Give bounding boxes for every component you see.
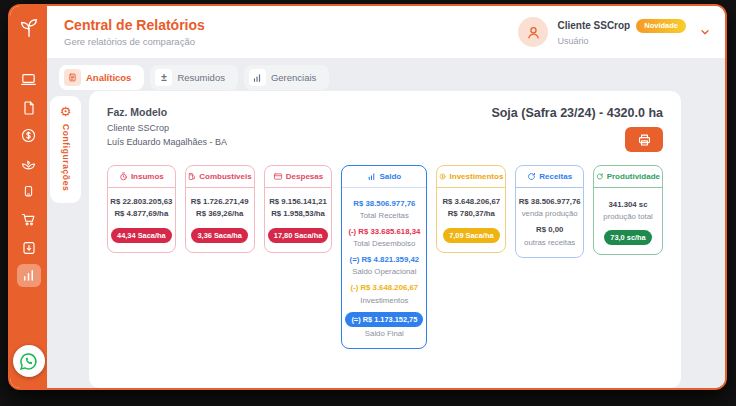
farm-info: Faz. Modelo Cliente SSCrop Luís Eduardo … (107, 106, 227, 150)
sprout-logo-icon (18, 16, 40, 38)
card-insumos: Insumos R$ 22.803.205,63 R$ 4.877,69/ha … (107, 165, 176, 253)
card-investimentos: Investimentos R$ 3.648.206,67 R$ 780,37/… (436, 165, 506, 253)
receitas-outras: R$ 0,00 (518, 224, 581, 236)
gear-icon: ⚙ (60, 105, 72, 118)
chevron-down-icon[interactable] (699, 26, 711, 38)
mobile-icon[interactable] (17, 180, 41, 203)
report-doc-icon (64, 69, 81, 86)
saldo-total-desembolso: (-) R$ 33.685.618,34 (345, 227, 423, 237)
user-role: Usuário (557, 36, 686, 46)
app-window: Central de Relatórios Gere relatórios de… (8, 4, 727, 390)
farm-location: Luís Eduardo Magalhães - BA (107, 136, 227, 150)
avatar (518, 17, 548, 47)
plus-minus-icon: ± (155, 69, 172, 86)
cart-icon[interactable] (17, 208, 41, 231)
page-title: Central de Relatórios (64, 17, 205, 33)
refresh-icon (596, 172, 604, 181)
sidebar-nav (17, 68, 41, 287)
card-combustiveis: Combustíveis R$ 1.726.271,49 R$ 369,26/h… (185, 165, 255, 253)
combustiveis-saca-badge: 3,36 Saca/ha (191, 228, 247, 243)
produtividade-badge: 73,0 sc/ha (604, 230, 651, 245)
tab-bar: Analíticos ± Resumidos Gerenciais (59, 65, 329, 90)
report-panel: Faz. Modelo Cliente SSCrop Luís Eduardo … (89, 91, 681, 388)
dollar-icon[interactable] (17, 124, 41, 147)
insumos-total: R$ 22.803.205,63 (110, 196, 173, 208)
produtividade-total: 341.304 sc (596, 199, 660, 211)
configuracoes-label: Configurações (61, 124, 71, 191)
card-produtividade: Produtividade 341.304 sc produção total … (593, 165, 663, 255)
user-menu[interactable]: Cliente SSCrop Novidade Usuário (518, 17, 711, 47)
investimentos-per-ha: R$ 780,37/ha (439, 208, 503, 220)
laptop-icon[interactable] (17, 68, 41, 91)
plant-icon[interactable] (17, 152, 41, 175)
page-heading: Central de Relatórios Gere relatórios de… (64, 17, 205, 47)
mini-bars-icon (249, 69, 266, 86)
tab-analiticos[interactable]: Analíticos (59, 65, 144, 90)
configuracoes-tab[interactable]: ⚙ Configurações (50, 96, 81, 203)
printer-icon (637, 133, 652, 147)
whatsapp-icon[interactable] (13, 345, 45, 377)
summary-cards: Insumos R$ 22.803.205,63 R$ 4.877,69/ha … (107, 165, 663, 349)
print-button[interactable] (625, 127, 663, 152)
topbar: Central de Relatórios Gere relatórios de… (47, 6, 725, 58)
combustiveis-per-ha: R$ 369,26/ha (188, 208, 252, 220)
despesas-total: R$ 9.156.141,21 (267, 196, 330, 208)
right-column: Central de Relatórios Gere relatórios de… (47, 6, 725, 388)
card-saldo: Saldo R$ 38.506.977,76 Total Receitas (-… (341, 165, 427, 349)
sidebar (10, 6, 47, 388)
combustiveis-total: R$ 1.726.271,49 (188, 196, 252, 208)
despesas-per-ha: R$ 1.958,53/ha (267, 208, 330, 220)
coin-icon (439, 172, 446, 181)
credit-card-icon (273, 172, 283, 181)
tab-resumidos[interactable]: ± Resumidos (150, 65, 238, 90)
card-despesas: Despesas R$ 9.156.141,21 R$ 1.958,53/ha … (264, 165, 333, 253)
investimentos-saca-badge: 7,09 Saca/ha (443, 228, 499, 243)
crop-title: Soja (Safra 23/24) - 4320.0 ha (491, 106, 663, 120)
fuel-pump-icon (188, 172, 197, 181)
saldo-final-badge: (=) R$ 1.173.152,75 (345, 312, 423, 327)
main-area: Analíticos ± Resumidos Gerenciais ⚙ Conf… (47, 58, 725, 388)
novidade-badge: Novidade (636, 19, 686, 33)
tab-gerenciais[interactable]: Gerenciais (244, 65, 329, 90)
card-receitas: Receitas R$ 38.506.977,76 venda produção… (515, 165, 584, 258)
farm-client: Cliente SSCrop (107, 122, 227, 136)
saldo-operacional: (=) R$ 4.821.359,42 (345, 255, 423, 265)
saldo-bars-icon (367, 172, 376, 181)
saldo-investimentos: (-) R$ 3.648.206,67 (345, 283, 423, 293)
inbox-download-icon[interactable] (17, 236, 41, 259)
timer-icon (119, 172, 128, 181)
despesas-saca-badge: 17,80 Saca/ha (268, 228, 329, 243)
receitas-venda: R$ 38.506.977,76 (518, 196, 581, 208)
farm-name: Faz. Modelo (107, 106, 227, 118)
document-icon[interactable] (17, 96, 41, 119)
refresh-icon (527, 172, 536, 181)
bar-chart-icon[interactable] (17, 264, 41, 287)
page-subtitle: Gere relatórios de comparação (64, 36, 205, 47)
user-name: Cliente SSCrop (557, 20, 630, 31)
insumos-saca-badge: 44,34 Saca/ha (111, 228, 172, 243)
investimentos-total: R$ 3.648.206,67 (439, 196, 503, 208)
insumos-per-ha: R$ 4.877,69/ha (110, 208, 173, 220)
user-info: Cliente SSCrop Novidade Usuário (557, 19, 686, 46)
saldo-total-receitas: R$ 38.506.977,76 (345, 199, 423, 209)
